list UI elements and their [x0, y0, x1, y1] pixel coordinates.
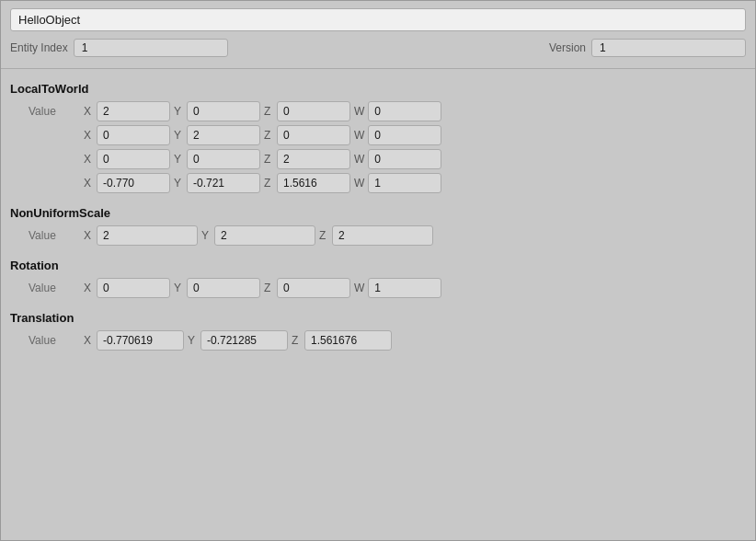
axis-input-X-local-to-world-0[interactable] — [97, 101, 170, 121]
axis-input-X-rotation-0[interactable] — [97, 278, 170, 298]
axis-input-X-local-to-world-3[interactable] — [97, 173, 170, 193]
axis-label-Y-translation-0: Y — [188, 334, 197, 347]
axis-input-Z-non-uniform-scale-0[interactable] — [332, 225, 433, 246]
field-row-local-to-world-2: XYZW — [10, 149, 746, 169]
content-area: LocalToWorldValueXYZWXYZWXYZWXYZWNonUnif… — [1, 73, 755, 363]
axis-input-Y-local-to-world-2[interactable] — [187, 149, 260, 169]
vector-group-translation-0: XYZ — [84, 330, 746, 351]
axis-input-Z-translation-0[interactable] — [304, 330, 392, 351]
vector-group-local-to-world-1: XYZW — [84, 125, 746, 145]
axis-label-Z-local-to-world-2: Z — [264, 153, 273, 166]
axis-input-X-non-uniform-scale-0[interactable] — [97, 225, 198, 246]
axis-label-Y-local-to-world-1: Y — [174, 129, 183, 142]
field-label-non-uniform-scale-0: Value — [29, 229, 84, 242]
field-row-local-to-world-1: XYZW — [10, 125, 746, 145]
axis-label-W-local-to-world-3: W — [354, 177, 364, 190]
axis-input-Y-rotation-0[interactable] — [187, 278, 260, 298]
field-row-translation-0: ValueXYZ — [10, 330, 746, 351]
entity-index-group: Entity Index — [10, 39, 228, 57]
axis-label-W-rotation-0: W — [354, 282, 364, 294]
axis-label-W-local-to-world-1: W — [354, 129, 364, 142]
axis-input-Y-local-to-world-1[interactable] — [187, 125, 260, 145]
axis-input-X-local-to-world-2[interactable] — [97, 149, 170, 169]
version-input[interactable] — [591, 39, 746, 57]
version-label: Version — [549, 41, 586, 54]
section-title-local-to-world: LocalToWorld — [10, 73, 746, 101]
axis-label-W-local-to-world-0: W — [354, 105, 364, 118]
field-row-local-to-world-3: XYZW — [10, 173, 746, 193]
axis-label-Y-local-to-world-0: Y — [174, 105, 183, 118]
axis-label-X-translation-0: X — [84, 334, 93, 347]
axis-input-W-local-to-world-3[interactable] — [368, 173, 441, 193]
axis-input-W-local-to-world-1[interactable] — [368, 125, 441, 145]
header: Entity Index Version — [1, 1, 755, 64]
axis-label-Z-local-to-world-3: Z — [264, 177, 273, 190]
object-name-input[interactable] — [10, 8, 746, 31]
axis-label-Y-rotation-0: Y — [174, 282, 183, 294]
axis-input-Z-local-to-world-1[interactable] — [277, 125, 350, 145]
section-title-translation: Translation — [10, 302, 746, 330]
axis-input-X-translation-0[interactable] — [97, 330, 184, 351]
axis-label-Z-local-to-world-1: Z — [264, 129, 273, 142]
axis-label-X-local-to-world-1: X — [84, 129, 93, 142]
axis-input-Z-local-to-world-2[interactable] — [277, 149, 350, 169]
axis-label-Y-local-to-world-3: Y — [174, 177, 183, 190]
field-label-local-to-world-0: Value — [29, 105, 84, 118]
axis-input-Y-translation-0[interactable] — [200, 330, 288, 351]
axis-label-W-local-to-world-2: W — [354, 153, 364, 166]
field-row-local-to-world-0: ValueXYZW — [10, 101, 746, 121]
axis-label-Z-local-to-world-0: Z — [264, 105, 273, 118]
axis-label-X-local-to-world-0: X — [84, 105, 93, 118]
field-label-rotation-0: Value — [29, 282, 84, 294]
axis-input-W-local-to-world-0[interactable] — [368, 101, 441, 121]
divider — [1, 68, 755, 69]
axis-label-X-local-to-world-2: X — [84, 153, 93, 166]
axis-label-X-non-uniform-scale-0: X — [84, 229, 93, 242]
vector-group-local-to-world-2: XYZW — [84, 149, 746, 169]
section-title-rotation: Rotation — [10, 249, 746, 278]
axis-input-Z-local-to-world-3[interactable] — [277, 173, 350, 193]
axis-label-X-rotation-0: X — [84, 282, 93, 294]
vector-group-local-to-world-3: XYZW — [84, 173, 746, 193]
axis-label-Z-non-uniform-scale-0: Z — [319, 229, 328, 242]
axis-input-Z-local-to-world-0[interactable] — [277, 101, 350, 121]
axis-label-Y-local-to-world-2: Y — [174, 153, 183, 166]
inspector-panel: Entity Index Version LocalToWorldValueXY… — [0, 0, 756, 541]
axis-input-W-rotation-0[interactable] — [368, 278, 441, 298]
version-group: Version — [549, 39, 746, 57]
axis-input-Y-local-to-world-0[interactable] — [187, 101, 260, 121]
entity-index-input[interactable] — [74, 39, 228, 57]
vector-group-non-uniform-scale-0: XYZ — [84, 225, 746, 246]
axis-input-Y-local-to-world-3[interactable] — [187, 173, 260, 193]
axis-label-Y-non-uniform-scale-0: Y — [201, 229, 211, 242]
field-label-translation-0: Value — [29, 334, 84, 347]
axis-input-Z-rotation-0[interactable] — [277, 278, 350, 298]
vector-group-local-to-world-0: XYZW — [84, 101, 746, 121]
axis-label-Z-translation-0: Z — [292, 334, 301, 347]
axis-label-Z-rotation-0: Z — [264, 282, 273, 294]
field-row-non-uniform-scale-0: ValueXYZ — [10, 225, 746, 246]
axis-input-X-local-to-world-1[interactable] — [97, 125, 170, 145]
vector-group-rotation-0: XYZW — [84, 278, 746, 298]
meta-row: Entity Index Version — [10, 37, 746, 59]
axis-input-W-local-to-world-2[interactable] — [368, 149, 441, 169]
section-title-non-uniform-scale: NonUniformScale — [10, 197, 746, 225]
axis-label-X-local-to-world-3: X — [84, 177, 93, 190]
entity-index-label: Entity Index — [10, 41, 68, 54]
axis-input-Y-non-uniform-scale-0[interactable] — [214, 225, 315, 246]
field-row-rotation-0: ValueXYZW — [10, 278, 746, 298]
